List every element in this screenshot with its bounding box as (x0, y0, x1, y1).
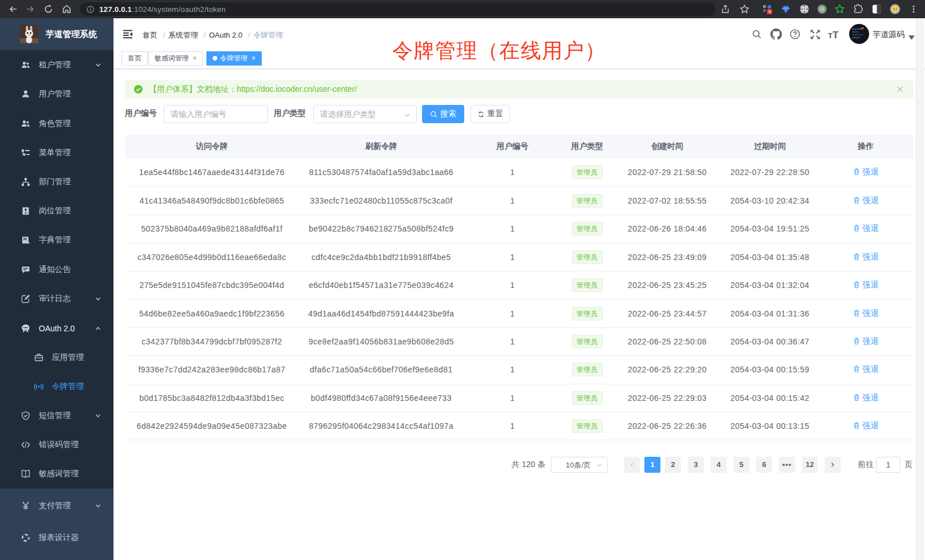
svg-text:9: 9 (768, 9, 770, 14)
